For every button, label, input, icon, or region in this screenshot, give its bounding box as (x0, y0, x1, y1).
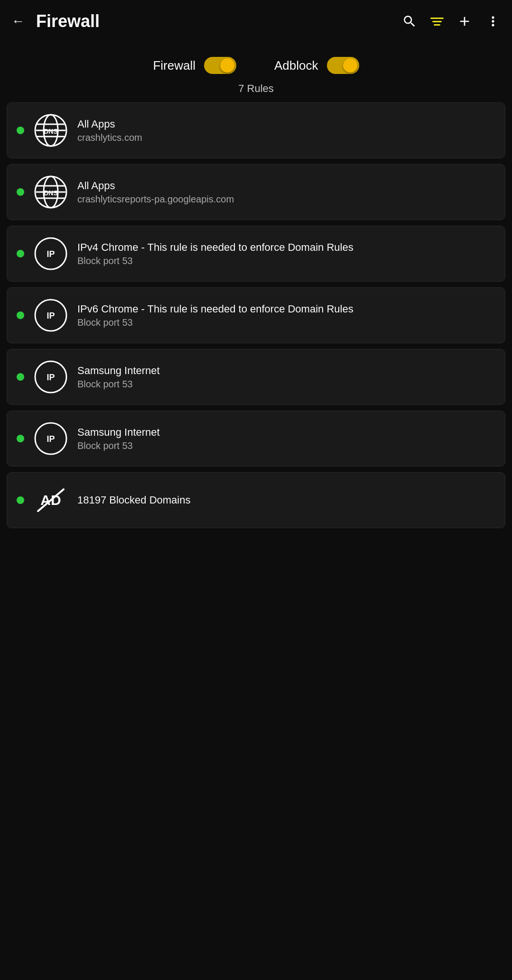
rule-card[interactable]: IP Samsung Internet Block port 53 (7, 349, 505, 405)
svg-text:DNS: DNS (44, 128, 58, 135)
rule-subtitle: Block port 53 (77, 256, 495, 266)
firewall-toggle[interactable] (204, 57, 236, 74)
svg-text:IP: IP (47, 249, 55, 259)
status-dot (17, 373, 24, 381)
app-header: ← Firewall (0, 0, 512, 43)
rule-title: IPv6 Chrome - This rule is needed to enf… (77, 303, 495, 315)
rule-card[interactable]: IP IPv6 Chrome - This rule is needed to … (7, 287, 505, 343)
status-dot (17, 127, 24, 134)
header-actions (402, 14, 501, 29)
status-dot (17, 435, 24, 442)
rule-text: All Apps crashlyticsreports-pa.googleapi… (77, 180, 495, 205)
dns-icon: DNS (34, 175, 68, 209)
add-icon[interactable] (457, 14, 472, 29)
ip-icon: IP (34, 421, 68, 456)
rule-text: IPv4 Chrome - This rule is needed to enf… (77, 241, 495, 266)
status-dot (17, 250, 24, 257)
search-icon[interactable] (402, 14, 417, 29)
svg-text:IP: IP (47, 434, 55, 444)
adblock-label: Adblock (274, 58, 318, 73)
ad-icon: AD (34, 483, 68, 517)
back-button[interactable]: ← (11, 15, 25, 28)
rule-text: Samsung Internet Block port 53 (77, 426, 495, 451)
rule-card[interactable]: IP IPv4 Chrome - This rule is needed to … (7, 226, 505, 282)
status-dot (17, 188, 24, 196)
toggle-thumb (220, 58, 234, 73)
rule-subtitle: Block port 53 (77, 317, 495, 328)
svg-text:DNS: DNS (44, 189, 58, 197)
rule-text: 18197 Blocked Domains (77, 494, 495, 506)
toggles-row: Firewall Adblock (9, 57, 503, 74)
rule-card[interactable]: DNS All Apps crashlyticsreports-pa.googl… (7, 164, 505, 220)
rule-title: All Apps (77, 180, 495, 192)
rule-text: IPv6 Chrome - This rule is needed to enf… (77, 303, 495, 328)
status-dot (17, 496, 24, 504)
page-title: Firewall (36, 11, 402, 31)
filter-icon[interactable] (430, 18, 444, 26)
rule-card[interactable]: IP Samsung Internet Block port 53 (7, 411, 505, 467)
ip-icon: IP (34, 237, 68, 271)
rule-card[interactable]: DNS All Apps crashlytics.com (7, 102, 505, 158)
more-icon[interactable] (485, 14, 501, 29)
rule-subtitle: Block port 53 (77, 379, 495, 390)
svg-text:IP: IP (47, 373, 55, 382)
status-dot (17, 311, 24, 319)
toggles-section: Firewall Adblock 7 Rules (0, 43, 512, 102)
firewall-label: Firewall (153, 58, 195, 73)
rule-subtitle: Block port 53 (77, 440, 495, 451)
ip-icon: IP (34, 360, 68, 394)
ip-icon: IP (34, 298, 68, 332)
rules-list: DNS All Apps crashlytics.com DNS All App… (0, 102, 512, 534)
rule-card[interactable]: AD 18197 Blocked Domains (7, 472, 505, 528)
rule-subtitle: crashlyticsreports-pa.googleapis.com (77, 194, 495, 205)
rule-title: All Apps (77, 118, 495, 130)
rule-subtitle: crashlytics.com (77, 132, 495, 143)
firewall-toggle-item: Firewall (153, 57, 236, 74)
rules-count: 7 Rules (238, 82, 274, 95)
adblock-toggle-item: Adblock (274, 57, 359, 74)
rule-title: Samsung Internet (77, 426, 495, 439)
rule-title: IPv4 Chrome - This rule is needed to enf… (77, 241, 495, 254)
toggle-thumb (343, 58, 357, 73)
rule-text: All Apps crashlytics.com (77, 118, 495, 143)
adblock-toggle[interactable] (327, 57, 359, 74)
rule-title: Samsung Internet (77, 365, 495, 377)
rule-text: Samsung Internet Block port 53 (77, 365, 495, 390)
svg-text:IP: IP (47, 311, 55, 321)
rule-title: 18197 Blocked Domains (77, 494, 495, 506)
dns-icon: DNS (34, 113, 68, 147)
